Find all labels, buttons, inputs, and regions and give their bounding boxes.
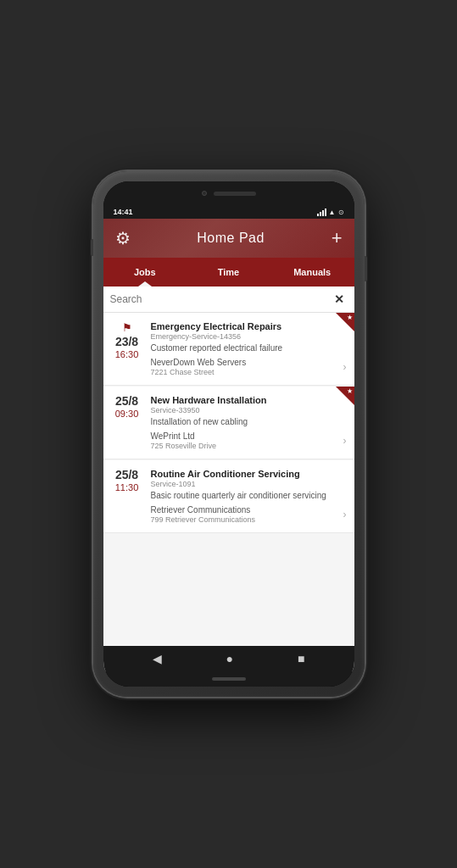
status-bar: 14:41 ▲ ⊙ — [103, 205, 354, 219]
table-row[interactable]: 25/8 09:30 New Hardware Installation Ser… — [103, 387, 354, 459]
back-button[interactable]: ◀ — [153, 652, 162, 665]
job-title: Routine Air Conditioner Servicing — [151, 469, 329, 479]
job-company: NeverDown Web Servers — [151, 358, 329, 367]
chevron-right-icon: › — [343, 435, 347, 447]
job-date: 23/8 — [115, 336, 138, 348]
job-company: WePrint Ltd — [151, 431, 329, 441]
settings-icon[interactable]: ⚙ — [115, 228, 131, 248]
job-ref: Service-33950 — [151, 406, 329, 415]
job-date-col: ⚑ 23/8 16:30 — [103, 313, 148, 385]
job-right-col: ★ › — [336, 313, 354, 385]
job-title: New Hardware Installation — [151, 395, 329, 405]
add-button[interactable]: + — [332, 227, 343, 249]
earpiece-speaker — [214, 192, 256, 196]
job-date: 25/8 — [115, 395, 138, 407]
job-content: Emergency Electrical Repairs Emergency-S… — [148, 313, 336, 385]
flag-icon: ⚑ — [122, 321, 132, 334]
tab-jobs[interactable]: Jobs — [103, 258, 187, 287]
job-ref: Emergency-Service-14356 — [151, 332, 329, 341]
job-address: 799 Retriever Communications — [151, 515, 329, 524]
tab-bar: Jobs Time Manuals — [103, 258, 354, 287]
tab-manuals[interactable]: Manuals — [270, 258, 354, 287]
star-icon: ★ — [347, 387, 353, 395]
job-ref: Service-1091 — [151, 480, 329, 488]
power-button — [365, 256, 367, 281]
phone-bottom-bezel — [103, 671, 354, 687]
job-content: Routine Air Conditioner Servicing Servic… — [148, 460, 336, 532]
job-time: 09:30 — [115, 409, 139, 419]
app-screen: ⚙ Home Pad + Jobs Time Manuals ✕ — [103, 219, 354, 671]
starred-badge: ★ — [336, 387, 354, 405]
front-camera — [202, 191, 207, 196]
wifi-icon: ▲ — [329, 209, 336, 216]
battery-icon: ⊙ — [338, 209, 344, 216]
job-content: New Hardware Installation Service-33950 … — [148, 387, 336, 459]
recent-apps-button[interactable]: ■ — [298, 652, 304, 665]
table-row[interactable]: ⚑ 23/8 16:30 Emergency Electrical Repair… — [103, 313, 354, 386]
job-time: 11:30 — [115, 482, 139, 492]
jobs-list: ⚑ 23/8 16:30 Emergency Electrical Repair… — [103, 313, 354, 646]
status-time: 14:41 — [114, 208, 133, 216]
job-description: Installation of new cabling — [151, 416, 329, 427]
search-input[interactable] — [110, 293, 331, 305]
job-date: 25/8 — [115, 469, 138, 481]
search-bar: ✕ — [103, 287, 354, 313]
starred-badge: ★ — [336, 313, 354, 331]
job-description: Customer reported electrical failure — [151, 342, 329, 353]
phone-top-bezel — [103, 181, 354, 205]
volume-button — [91, 239, 93, 256]
job-address: 725 Roseville Drive — [151, 442, 329, 450]
table-row[interactable]: 25/8 11:30 Routine Air Conditioner Servi… — [103, 460, 354, 533]
job-company: Retriever Communications — [151, 505, 329, 515]
star-icon: ★ — [347, 314, 353, 321]
job-date-col: 25/8 09:30 — [103, 387, 148, 459]
app-header: ⚙ Home Pad + — [103, 219, 354, 258]
tab-time[interactable]: Time — [187, 258, 270, 287]
job-title: Emergency Electrical Repairs — [151, 321, 329, 331]
phone-screen: 14:41 ▲ ⊙ ⚙ Home Pad + — [103, 181, 354, 687]
search-clear-button[interactable]: ✕ — [331, 291, 348, 308]
job-right-col: › — [336, 460, 354, 532]
phone-device: 14:41 ▲ ⊙ ⚙ Home Pad + — [93, 171, 365, 697]
home-button[interactable]: ● — [226, 652, 233, 665]
chevron-right-icon: › — [343, 509, 347, 520]
job-date-col: 25/8 11:30 — [103, 460, 148, 532]
job-time: 16:30 — [115, 349, 139, 359]
home-bar — [212, 677, 246, 681]
status-icons: ▲ ⊙ — [317, 209, 344, 216]
chevron-right-icon: › — [343, 361, 347, 373]
signal-strength-icon — [317, 209, 326, 216]
app-title: Home Pad — [197, 231, 265, 246]
job-address: 7221 Chase Street — [151, 368, 329, 376]
bottom-navigation: ◀ ● ■ — [103, 646, 354, 671]
job-description: Basic routine quarterly air conditioner … — [151, 490, 329, 501]
job-right-col: ★ › — [336, 387, 354, 459]
